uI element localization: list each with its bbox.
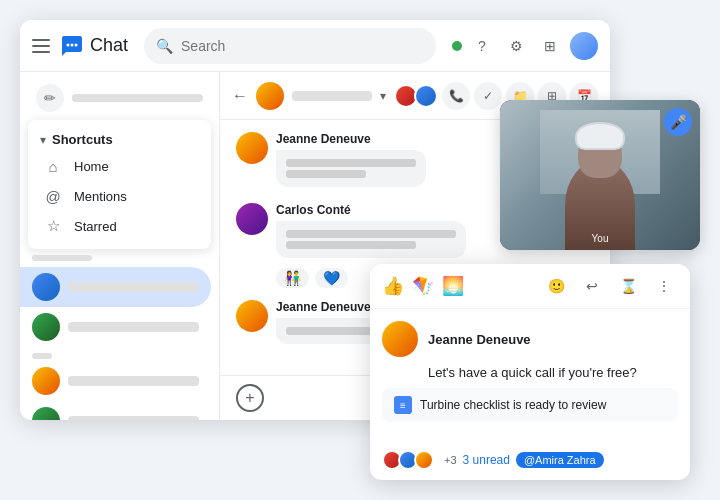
attachment-text: Turbine checklist is ready to review	[420, 398, 606, 412]
chat-contact-avatar	[256, 82, 284, 110]
snooze-button[interactable]: ⌛	[614, 272, 642, 300]
sidebar-items	[20, 263, 219, 420]
help-icon[interactable]: ?	[468, 32, 496, 60]
msg-line-2	[286, 170, 366, 178]
contact-avatar-4	[32, 407, 60, 420]
video-background: 🎤 You	[500, 100, 700, 250]
notification-avatar	[382, 321, 418, 357]
chat-contact-name	[292, 91, 372, 101]
msg-avatar-1	[236, 132, 268, 164]
contact-name-3	[68, 376, 199, 386]
add-button[interactable]: +	[236, 384, 264, 412]
settings-icon[interactable]: ⚙	[502, 32, 530, 60]
msg-bubble-2	[276, 221, 466, 258]
user-avatar[interactable]	[570, 32, 598, 60]
chevron-icon: ▾	[40, 133, 46, 147]
phone-icon[interactable]: 📞	[442, 82, 470, 110]
svg-point-1	[71, 43, 74, 46]
mentions-label: Mentions	[74, 189, 127, 204]
compose-icon[interactable]: ✏	[36, 84, 64, 112]
contact-avatar-2	[32, 313, 60, 341]
notification-sender-name: Jeanne Deneuve	[428, 332, 531, 347]
reaction-1[interactable]: 👫	[276, 268, 309, 288]
reply-button[interactable]: ↩	[578, 272, 606, 300]
apps-icon[interactable]: ⊞	[536, 32, 564, 60]
attachment-label: Turbine checklist	[420, 398, 510, 412]
video-overlay: 🎤 You	[500, 100, 700, 250]
notification-popup: 👍 🪁 🌅 🙂 ↩ ⌛ ⋮ Jeanne Deneuve Let's have …	[370, 264, 690, 480]
sidebar-item-1[interactable]	[20, 267, 211, 307]
scene: Chat 🔍 ? ⚙ ⊞ ✏	[20, 20, 700, 480]
sidebar-item-3[interactable]	[20, 361, 211, 401]
starred-label: Starred	[74, 219, 117, 234]
footer-avatars	[382, 450, 434, 470]
group-avatars	[394, 84, 438, 108]
contact-name-4	[68, 416, 199, 420]
thumbs-up-emoji[interactable]: 👍	[382, 275, 404, 297]
footer-count: +3	[444, 454, 457, 466]
notification-sender-row: Jeanne Deneuve	[382, 321, 678, 357]
contact-name-1	[68, 282, 199, 292]
notification-message: Let's have a quick call if you're free?	[382, 365, 678, 380]
emoji-picker-button[interactable]: 🙂	[542, 272, 570, 300]
msg-bubble-1	[276, 150, 426, 187]
star-icon: ☆	[44, 217, 62, 235]
group-avatar-2	[414, 84, 438, 108]
shortcuts-label: Shortcuts	[52, 132, 113, 147]
reaction-2[interactable]: 💙	[315, 268, 348, 288]
shortcuts-section: ▾ Shortcuts ⌂ Home @ Mentions ☆ Starred	[28, 120, 211, 249]
top-bar: Chat 🔍 ? ⚙ ⊞	[20, 20, 610, 72]
search-input[interactable]	[181, 28, 424, 64]
msg-avatar-2	[236, 203, 268, 235]
sidebar-item-mentions[interactable]: @ Mentions	[28, 181, 211, 211]
sidebar-item-2[interactable]	[20, 307, 211, 347]
sidebar: ✏ ▾ Shortcuts ⌂ Home @ Mentions	[20, 72, 220, 420]
video-person-container	[540, 110, 660, 250]
doc-icon: ≡	[394, 396, 412, 414]
home-label: Home	[74, 159, 109, 174]
msg-line-3	[286, 230, 456, 238]
sidebar-item-4[interactable]	[20, 401, 211, 420]
svg-point-2	[75, 43, 78, 46]
notification-attachment[interactable]: ≡ Turbine checklist is ready to review	[382, 388, 678, 422]
status-indicator	[452, 41, 462, 51]
back-button[interactable]: ←	[232, 87, 248, 105]
video-mic-button[interactable]: 🎤	[664, 108, 692, 136]
svg-point-0	[67, 43, 70, 46]
more-options-button[interactable]: ⋮	[650, 272, 678, 300]
chat-logo-icon	[60, 34, 84, 58]
msg-line-1	[286, 159, 416, 167]
shortcuts-header[interactable]: ▾ Shortcuts	[28, 128, 211, 151]
chat-logo: Chat	[60, 34, 128, 58]
mention-tag[interactable]: @Amira Zahra	[516, 452, 604, 468]
sunrise-emoji[interactable]: 🌅	[442, 275, 464, 297]
check-icon[interactable]: ✓	[474, 82, 502, 110]
notification-toolbar: 👍 🪁 🌅 🙂 ↩ ⌛ ⋮	[370, 264, 690, 309]
contact-name-2	[68, 322, 199, 332]
top-bar-actions: ? ⚙ ⊞	[452, 32, 598, 60]
sidebar-item-home[interactable]: ⌂ Home	[28, 151, 211, 181]
msg-line-4	[286, 241, 416, 249]
menu-icon[interactable]	[32, 36, 52, 56]
app-title: Chat	[90, 35, 128, 56]
contact-avatar-3	[32, 367, 60, 395]
contact-dropdown-icon[interactable]: ▾	[380, 89, 386, 103]
home-icon: ⌂	[44, 157, 62, 175]
notification-body: Jeanne Deneuve Let's have a quick call i…	[370, 309, 690, 444]
contact-avatar-1	[32, 273, 60, 301]
sidebar-item-starred[interactable]: ☆ Starred	[28, 211, 211, 241]
attachment-suffix: is ready to review	[510, 398, 607, 412]
search-bar[interactable]: 🔍	[144, 28, 436, 64]
mentions-icon: @	[44, 187, 62, 205]
footer-avatar-3	[414, 450, 434, 470]
msg-avatar-3	[236, 300, 268, 332]
notification-footer: +3 3 unread @Amira Zahra	[370, 444, 690, 480]
video-label: You	[592, 233, 609, 244]
kite-emoji[interactable]: 🪁	[412, 275, 434, 297]
unread-label: 3 unread	[463, 453, 510, 467]
search-icon: 🔍	[156, 38, 173, 54]
sidebar-top: ✏	[20, 80, 219, 116]
